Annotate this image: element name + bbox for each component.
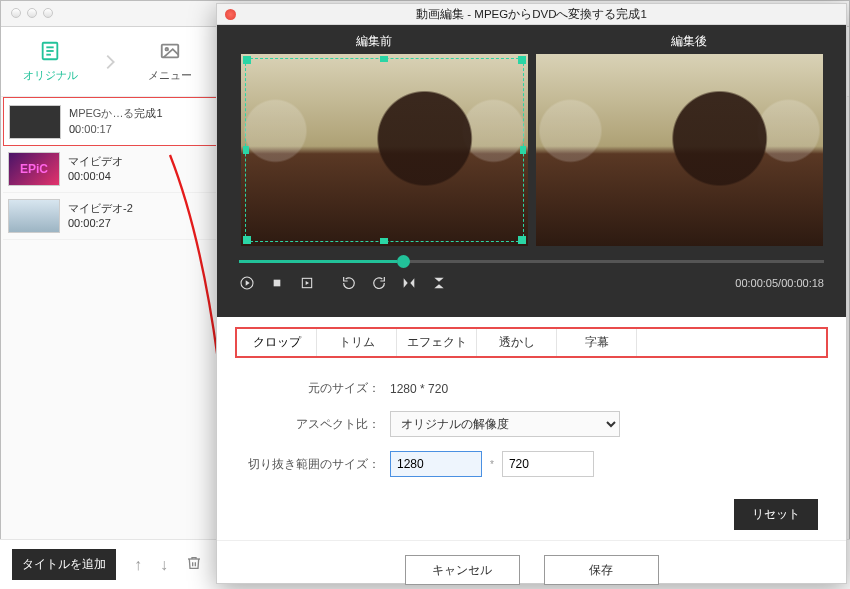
playback-timeline[interactable]	[217, 246, 846, 263]
traffic-light-min[interactable]	[27, 8, 37, 18]
editor-tabs: クロップ トリム エフェクト 透かし 字幕	[235, 327, 828, 358]
preview-before[interactable]	[241, 54, 528, 246]
traffic-light-max[interactable]	[43, 8, 53, 18]
tab-original-label: オリジナル	[23, 69, 78, 81]
dialog-close-icon[interactable]	[225, 9, 236, 20]
chevron-right-icon	[99, 27, 121, 97]
move-down-icon[interactable]: ↓	[160, 556, 168, 574]
clip-duration: 00:00:27	[68, 216, 133, 231]
tab-original[interactable]: オリジナル	[1, 40, 99, 83]
stop-icon[interactable]	[269, 275, 285, 291]
save-button[interactable]: 保存	[544, 555, 659, 585]
clip-title: マイビデオ	[68, 154, 123, 169]
svg-marker-14	[434, 278, 443, 282]
rotate-right-icon[interactable]	[371, 275, 387, 291]
tab-effect[interactable]: エフェクト	[397, 329, 477, 356]
dialog-titlebar: 動画編集 - MPEGからDVDへ変換する完成1	[217, 4, 846, 25]
preview-area: 編集前 編集後	[217, 25, 846, 317]
clip-thumbnail	[8, 199, 60, 233]
tab-watermark[interactable]: 透かし	[477, 329, 557, 356]
preview-after	[536, 54, 823, 246]
tab-menu-label: メニュー	[148, 69, 192, 81]
clip-title: マイビデオ-2	[68, 201, 133, 216]
aspect-select[interactable]: オリジナルの解像度	[390, 411, 620, 437]
dialog-title-text: 動画編集 - MPEGからDVDへ変換する完成1	[416, 8, 647, 20]
svg-marker-12	[404, 278, 408, 287]
document-icon	[38, 40, 62, 62]
cancel-button[interactable]: キャンセル	[405, 555, 520, 585]
tab-menu[interactable]: メニュー	[121, 40, 219, 83]
label-after: 編集後	[532, 33, 847, 54]
svg-marker-11	[306, 281, 309, 285]
crop-height-input[interactable]	[502, 451, 594, 477]
trash-icon[interactable]	[186, 555, 202, 575]
svg-marker-15	[434, 284, 443, 288]
image-icon	[158, 40, 182, 62]
tab-trim[interactable]: トリム	[317, 329, 397, 356]
label-before: 編集前	[217, 33, 532, 54]
timeline-handle[interactable]	[397, 255, 410, 268]
svg-marker-8	[246, 280, 250, 285]
flip-horizontal-icon[interactable]	[401, 275, 417, 291]
crop-form: 元のサイズ： 1280 * 720 アスペクト比： オリジナルの解像度 切り抜き…	[217, 358, 846, 499]
play-icon[interactable]	[239, 275, 255, 291]
rotate-left-icon[interactable]	[341, 275, 357, 291]
flip-vertical-icon[interactable]	[431, 275, 447, 291]
svg-point-5	[166, 48, 169, 51]
tab-subtitle[interactable]: 字幕	[557, 329, 637, 356]
traffic-light-close[interactable]	[11, 8, 21, 18]
dimension-separator: *	[490, 459, 494, 470]
time-readout: 00:00:05/00:00:18	[735, 277, 824, 289]
crop-size-label: 切り抜き範囲のサイズ：	[245, 456, 390, 473]
tab-crop[interactable]: クロップ	[237, 329, 317, 356]
playback-controls: 00:00:05/00:00:18	[217, 263, 846, 305]
dialog-actions: キャンセル 保存	[217, 540, 846, 589]
move-up-icon[interactable]: ↑	[134, 556, 142, 574]
add-title-button[interactable]: タイトルを追加	[12, 549, 116, 580]
clip-thumbnail: EPiC	[8, 152, 60, 186]
orig-size-label: 元のサイズ：	[245, 380, 390, 397]
reset-button[interactable]: リセット	[734, 499, 818, 530]
crop-width-input[interactable]	[390, 451, 482, 477]
orig-size-value: 1280 * 720	[390, 382, 448, 396]
svg-marker-13	[410, 278, 414, 287]
aspect-label: アスペクト比：	[245, 416, 390, 433]
step-forward-icon[interactable]	[299, 275, 315, 291]
clip-duration: 00:00:04	[68, 169, 123, 184]
svg-rect-9	[274, 280, 281, 287]
clip-thumbnail	[9, 105, 61, 139]
video-edit-dialog: 動画編集 - MPEGからDVDへ変換する完成1 編集前 編集後	[216, 3, 847, 584]
